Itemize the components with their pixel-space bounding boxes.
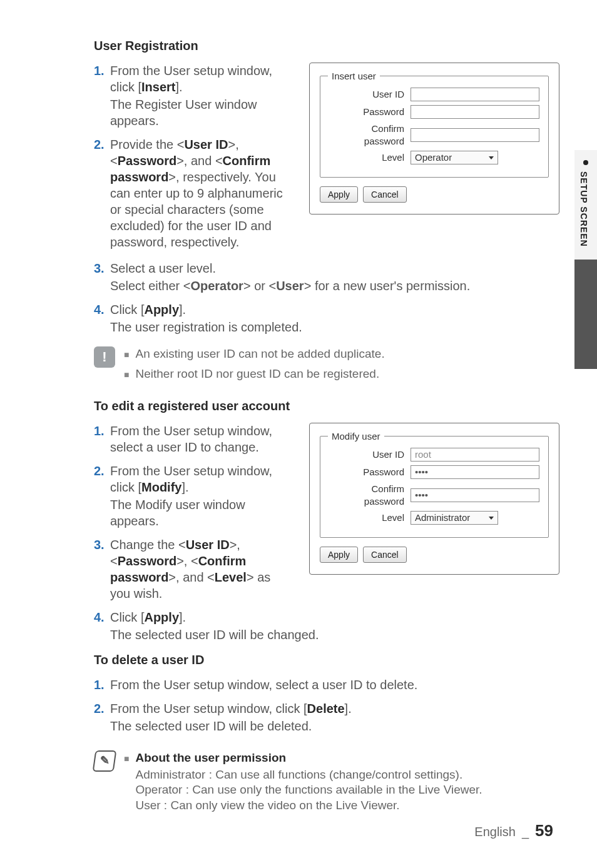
warning-line: An existing user ID can not be added dup… xyxy=(135,346,384,363)
select-level-value: Administrator xyxy=(415,512,470,524)
delete-user-steps: 1. From the User setup window, select a … xyxy=(94,677,559,734)
warning-callout: ! ■An existing user ID can not be added … xyxy=(94,346,559,386)
note-body: About the user permission Administrator … xyxy=(135,750,482,814)
select-level[interactable]: Operator xyxy=(411,151,498,164)
footer-language: English xyxy=(474,824,516,840)
perm-operator: Operator : Can use only the functions av… xyxy=(135,783,482,796)
apply-button[interactable]: Apply xyxy=(320,547,358,563)
step-body: Click [Apply]. The selected user ID will… xyxy=(110,609,559,643)
label-userid: User ID xyxy=(329,448,411,461)
user-reg-steps: 1. From the User setup window, click [In… xyxy=(94,63,294,250)
step-number: 3. xyxy=(94,537,110,602)
modify-user-fieldset: Modify user User ID root Password •••• C… xyxy=(320,436,549,538)
input-confirm-password[interactable] xyxy=(411,128,539,142)
step-number: 2. xyxy=(94,136,110,250)
apply-button[interactable]: Apply xyxy=(320,186,358,203)
cancel-button[interactable]: Cancel xyxy=(363,547,407,563)
fieldset-legend: Modify user xyxy=(328,430,384,443)
note-icon: ✎ xyxy=(93,750,117,772)
modify-user-dialog: Modify user User ID root Password •••• C… xyxy=(309,423,559,575)
heading-user-registration: User Registration xyxy=(94,38,559,54)
step-number: 1. xyxy=(94,677,110,693)
bullet-icon: ■ xyxy=(124,346,129,363)
edit-user-steps: 1. From the User setup window, select a … xyxy=(94,423,294,602)
chevron-down-icon xyxy=(489,517,494,520)
label-level: Level xyxy=(329,151,411,164)
step-number: 4. xyxy=(94,609,110,643)
warning-line: Neither root ID nor guest ID can be regi… xyxy=(135,366,379,383)
page-footer: English _ 59 xyxy=(474,820,553,842)
input-confirm-password[interactable]: •••• xyxy=(411,488,539,502)
chevron-down-icon xyxy=(489,156,494,159)
step-body: From the User setup window, select a use… xyxy=(110,677,559,693)
step-body: From the User setup window, click [Modif… xyxy=(110,463,294,529)
input-userid[interactable]: root xyxy=(411,448,539,462)
edit-user-steps-cont: 4. Click [Apply]. The selected user ID w… xyxy=(94,609,559,643)
step-number: 1. xyxy=(94,423,110,455)
label-confirm-password: Confirm password xyxy=(329,483,411,507)
cancel-button[interactable]: Cancel xyxy=(363,186,407,203)
fieldset-legend: Insert user xyxy=(328,70,380,83)
perm-admin: Administrator : Can use all functions (c… xyxy=(135,768,462,781)
input-password[interactable] xyxy=(411,105,539,119)
label-password: Password xyxy=(329,106,411,118)
select-level[interactable]: Administrator xyxy=(411,511,498,525)
label-password: Password xyxy=(329,466,411,478)
step-body: Select a user level. Select either <Oper… xyxy=(110,260,559,294)
side-tab-inactive xyxy=(574,260,597,369)
step-number: 4. xyxy=(94,301,110,335)
step-body: Change the <User ID>, <Password>, <Confi… xyxy=(110,537,294,602)
step-body: From the User setup window, click [Inser… xyxy=(110,63,294,129)
warning-icon: ! xyxy=(94,346,115,368)
input-password[interactable]: •••• xyxy=(411,465,539,479)
step-number: 2. xyxy=(94,700,110,734)
footer-page-number: 59 xyxy=(535,820,553,842)
select-level-value: Operator xyxy=(415,151,452,164)
insert-user-fieldset: Insert user User ID Password Confirm pas… xyxy=(320,76,549,178)
label-confirm-password: Confirm password xyxy=(329,123,411,147)
label-userid: User ID xyxy=(329,88,411,101)
input-userid[interactable] xyxy=(411,88,539,101)
bullet-icon: ■ xyxy=(124,750,129,814)
step-body: Provide the <User ID>, <Password>, and <… xyxy=(110,136,294,250)
perm-user: User : Can only view the video on the Li… xyxy=(135,799,399,812)
heading-edit-user: To edit a registered user account xyxy=(94,398,559,414)
note-callout: ✎ ■ About the user permission Administra… xyxy=(94,750,559,817)
step-number: 1. xyxy=(94,63,110,129)
heading-delete-user: To delete a user ID xyxy=(94,652,559,668)
user-reg-steps-cont: 3. Select a user level. Select either <O… xyxy=(94,260,559,335)
step-number: 3. xyxy=(94,260,110,294)
step-number: 2. xyxy=(94,463,110,529)
step-body: From the User setup window, click [Delet… xyxy=(110,700,559,734)
footer-separator: _ xyxy=(522,824,529,840)
side-tab-dot-icon xyxy=(583,160,588,165)
note-title: About the user permission xyxy=(135,750,482,766)
label-level: Level xyxy=(329,512,411,524)
side-tab: SETUP SCREEN xyxy=(574,150,597,369)
step-body: Click [Apply]. The user registration is … xyxy=(110,301,559,335)
insert-user-dialog: Insert user User ID Password Confirm pas… xyxy=(309,63,559,214)
bullet-icon: ■ xyxy=(124,366,129,383)
side-tab-label: SETUP SCREEN xyxy=(578,171,589,247)
step-body: From the User setup window, select a use… xyxy=(110,423,294,455)
